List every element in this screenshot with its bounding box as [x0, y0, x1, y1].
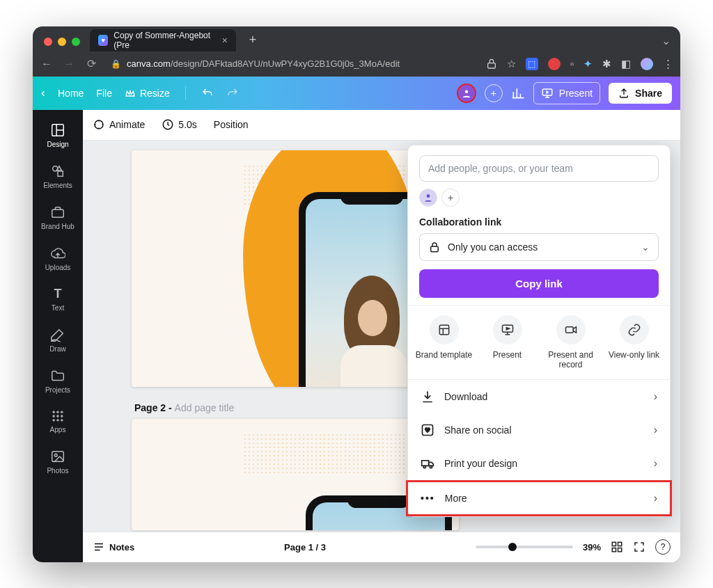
- sidebar-item-projects[interactable]: Projects: [33, 363, 83, 399]
- present-action[interactable]: Present: [476, 315, 539, 370]
- canvas-area[interactable]: SUM Page 2 - Add page title: [83, 141, 680, 532]
- page-indicator[interactable]: Page 1 / 3: [284, 542, 326, 553]
- print-design-row[interactable]: Print your design ›: [408, 447, 670, 480]
- back-icon[interactable]: ←: [40, 58, 54, 70]
- sidebar-item-draw[interactable]: Draw: [33, 321, 83, 358]
- duration-button[interactable]: 5.0s: [162, 118, 196, 131]
- url-field[interactable]: 🔒 canva.com/design/DAFktad8AYU/nUwPY4xyG…: [107, 56, 404, 72]
- lock-icon: 🔒: [111, 59, 121, 69]
- help-icon[interactable]: ?: [655, 539, 671, 555]
- access-text: Only you can access: [448, 241, 538, 253]
- layout-icon: [50, 122, 65, 138]
- extension-icon-1[interactable]: ⬚: [526, 58, 538, 70]
- fullscreen-icon[interactable]: [633, 541, 645, 553]
- view-only-link-action[interactable]: View-only link: [602, 315, 666, 370]
- sidebar-item-text[interactable]: T Text: [33, 281, 83, 317]
- svg-rect-31: [612, 548, 616, 552]
- close-tab-icon[interactable]: ×: [222, 35, 228, 46]
- owner-avatar-chip[interactable]: [419, 189, 437, 207]
- collaborator-chips: +: [419, 189, 659, 207]
- home-link[interactable]: Home: [58, 88, 84, 99]
- user-avatar[interactable]: [457, 84, 476, 103]
- new-tab-button[interactable]: +: [243, 31, 263, 50]
- grid-view-icon[interactable]: [611, 541, 623, 553]
- side-panel-icon[interactable]: ◧: [621, 58, 631, 70]
- zoom-slider[interactable]: [476, 546, 573, 548]
- sidebar-item-photos[interactable]: Photos: [33, 443, 83, 480]
- extension-icon-2[interactable]: [548, 58, 561, 70]
- present-record-action[interactable]: Present and record: [539, 315, 602, 370]
- maximize-window-button[interactable]: [72, 38, 80, 46]
- profile-avatar-icon[interactable]: [641, 58, 653, 70]
- copy-link-button[interactable]: Copy link: [419, 269, 659, 298]
- sidebar-item-apps[interactable]: Apps: [33, 404, 83, 439]
- chrome-top: Copy of Sommer-Angebot (Pre × + ⌄ ← → ⟳ …: [33, 26, 680, 77]
- file-menu[interactable]: File: [96, 88, 112, 99]
- body: Design Elements Brand Hub Uploads T Text…: [33, 110, 680, 562]
- sidebar-label: Text: [52, 304, 64, 312]
- back-chevron-icon[interactable]: ‹: [41, 86, 45, 100]
- minimize-window-button[interactable]: [58, 38, 66, 46]
- position-button[interactable]: Position: [214, 119, 249, 130]
- animate-button[interactable]: Animate: [93, 118, 145, 131]
- extension-icon-4[interactable]: ✦: [583, 58, 593, 70]
- resize-menu[interactable]: Resize: [125, 88, 170, 99]
- svg-rect-16: [52, 451, 64, 461]
- svg-rect-5: [58, 171, 63, 176]
- svg-rect-22: [439, 325, 448, 334]
- notes-button[interactable]: Notes: [93, 541, 134, 553]
- close-window-button[interactable]: [44, 38, 52, 46]
- svg-point-8: [56, 411, 58, 413]
- add-person-chip[interactable]: +: [441, 189, 460, 207]
- svg-point-17: [54, 454, 57, 456]
- svg-point-14: [56, 419, 58, 421]
- share-social-row[interactable]: Share on social ›: [408, 413, 670, 447]
- redo-button[interactable]: [226, 87, 239, 100]
- svg-rect-30: [618, 542, 621, 546]
- access-dropdown[interactable]: Only you can access ⌄: [419, 233, 659, 261]
- download-row[interactable]: Download ›: [408, 380, 670, 413]
- reload-icon[interactable]: ⟳: [84, 57, 98, 70]
- sidebar-item-brand-hub[interactable]: Brand Hub: [33, 199, 83, 236]
- bookmark-star-icon[interactable]: ☆: [507, 58, 516, 70]
- share-action-grid: Brand template Present Pre: [408, 305, 670, 381]
- extension-icon-3[interactable]: ▫: [570, 58, 574, 70]
- zoom-value[interactable]: 39%: [583, 542, 601, 553]
- add-people-input[interactable]: [419, 155, 659, 182]
- add-collaborator-button[interactable]: +: [485, 84, 503, 102]
- heart-box-icon: [421, 423, 434, 437]
- share-panel: + Collaboration link Only you can access…: [407, 145, 671, 518]
- brand-template-action[interactable]: Brand template: [412, 315, 476, 370]
- address-bar-right: ☆ ⬚ ▫ ✦ ✱ ◧ ⋮: [486, 58, 673, 70]
- sidebar-item-elements[interactable]: Elements: [33, 158, 83, 195]
- sidebar-item-uploads[interactable]: Uploads: [33, 240, 83, 277]
- extensions-puzzle-icon[interactable]: ✱: [602, 58, 611, 70]
- undo-icon: [201, 87, 214, 100]
- forward-icon[interactable]: →: [62, 58, 76, 70]
- action-label: Brand template: [416, 350, 472, 360]
- truck-icon: [421, 456, 434, 470]
- slider-thumb[interactable]: [508, 543, 517, 551]
- sidebar-item-design[interactable]: Design: [33, 117, 83, 154]
- browser-menu-icon[interactable]: ⋮: [663, 58, 673, 70]
- phone-notch: [340, 192, 403, 205]
- sidebar-label: Uploads: [45, 264, 71, 271]
- share-button[interactable]: Share: [609, 83, 672, 104]
- window-controls: [44, 38, 80, 46]
- page-2-title-placeholder[interactable]: Add page title: [175, 402, 235, 413]
- svg-point-13: [53, 419, 55, 421]
- record-icon: [556, 315, 586, 344]
- svg-point-20: [427, 194, 430, 198]
- undo-button[interactable]: [201, 87, 214, 100]
- notes-label: Notes: [109, 542, 134, 553]
- insights-button[interactable]: [511, 86, 525, 100]
- browser-tab[interactable]: Copy of Sommer-Angebot (Pre ×: [90, 29, 236, 51]
- present-button[interactable]: Present: [533, 82, 600, 104]
- share-page-icon[interactable]: [486, 58, 497, 70]
- canva-favicon: [98, 35, 108, 46]
- tabs-dropdown-icon[interactable]: ⌄: [661, 34, 671, 47]
- chart-icon: [511, 86, 525, 100]
- more-row[interactable]: ••• More ›: [406, 480, 672, 516]
- work-area: Animate 5.0s Position SUM: [83, 110, 680, 562]
- redo-icon: [226, 87, 239, 100]
